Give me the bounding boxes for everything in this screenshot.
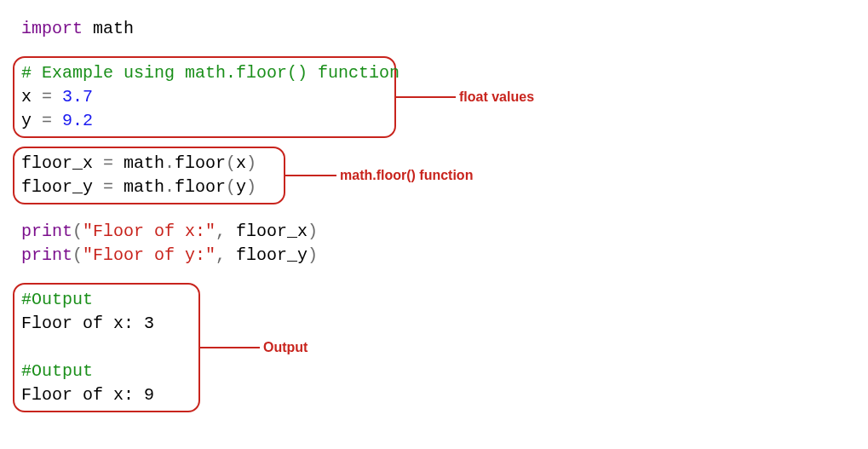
callout-float-values: float values bbox=[396, 88, 534, 106]
output-blank bbox=[21, 336, 192, 360]
assign-x: x = 3.7 bbox=[21, 85, 388, 109]
block-float-values-row: # Example using math.floor() function x … bbox=[21, 56, 847, 138]
block-floor-fn-row: floor_x = math.floor(x) floor_y = math.f… bbox=[21, 147, 847, 204]
label-float-values: float values bbox=[459, 88, 534, 106]
box-output: #Output Floor of x: 3 #Output Floor of x… bbox=[13, 283, 200, 412]
assign-floor-x: floor_x = math.floor(x) bbox=[21, 152, 277, 176]
connector-line bbox=[396, 96, 456, 98]
module-math: math bbox=[83, 19, 134, 38]
output-line-1: Floor of x: 3 bbox=[21, 312, 192, 336]
print-y: print("Floor of y:", floor_y) bbox=[21, 244, 847, 268]
code-line-import: import math bbox=[21, 17, 847, 41]
keyword-import: import bbox=[21, 19, 83, 38]
output-line-2: Floor of x: 9 bbox=[21, 383, 192, 407]
output-comment-1: #Output bbox=[21, 288, 192, 312]
callout-floor-fn: math.floor() function bbox=[285, 166, 473, 185]
comment-example: # Example using math.floor() function bbox=[21, 61, 388, 85]
output-comment-2: #Output bbox=[21, 360, 192, 383]
box-floor-fn: floor_x = math.floor(x) floor_y = math.f… bbox=[13, 147, 285, 204]
label-output: Output bbox=[263, 338, 308, 357]
callout-output: Output bbox=[200, 338, 308, 357]
print-x: print("Floor of x:", floor_x) bbox=[21, 220, 847, 244]
assign-y: y = 9.2 bbox=[21, 109, 388, 133]
connector-line bbox=[285, 175, 336, 176]
box-float-values: # Example using math.floor() function x … bbox=[13, 56, 396, 138]
block-output-row: #Output Floor of x: 3 #Output Floor of x… bbox=[21, 283, 847, 412]
connector-line bbox=[200, 347, 260, 348]
assign-floor-y: floor_y = math.floor(y) bbox=[21, 176, 277, 199]
label-floor-fn: math.floor() function bbox=[340, 166, 473, 185]
